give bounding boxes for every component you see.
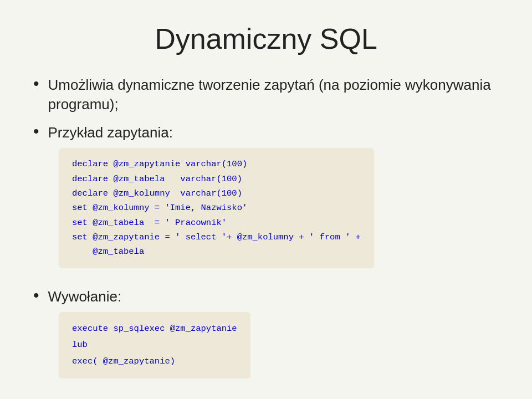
- code-line-1-0: declare @zm_zapytanie varchar(100): [72, 157, 361, 171]
- bullet-label-3: Wywołanie:: [48, 287, 122, 306]
- bullet-item-1: • Umożliwia dynamiczne tworzenie zapytań…: [33, 75, 499, 114]
- bullet-dot-2: •: [33, 122, 39, 141]
- bullet-item-3: • Wywołanie: execute sp_sqlexec @zm_zapy…: [33, 287, 499, 378]
- code-block-1: declare @zm_zapytanie varchar(100) decla…: [59, 148, 374, 268]
- bullet-label-2: Przykład zapytania:: [48, 123, 173, 142]
- code-line-1-1: declare @zm_tabela varchar(100): [72, 172, 361, 186]
- bullet-dot-1: •: [33, 74, 39, 93]
- bullet-list: • Umożliwia dynamiczne tworzenie zapytań…: [33, 75, 499, 387]
- code-line-2-0: execute sp_sqlexec @zm_zapytanie: [72, 321, 237, 337]
- bullet-text-1: Umożliwia dynamiczne tworzenie zapytań (…: [48, 75, 499, 114]
- code-line-2-2: exec( @zm_zapytanie): [72, 354, 237, 370]
- code-line-1-3: set @zm_kolumny = 'Imie, Nazwisko': [72, 201, 361, 215]
- code-block-2: execute sp_sqlexec @zm_zapytanie lub exe…: [59, 312, 250, 378]
- code-line-1-5: set @zm_zapytanie = ' select '+ @zm_kolu…: [72, 230, 361, 244]
- slide: Dynamiczny SQL • Umożliwia dynamiczne tw…: [0, 0, 532, 399]
- slide-title: Dynamiczny SQL: [33, 22, 499, 55]
- code-line-1-2: declare @zm_kolumny varchar(100): [72, 186, 361, 201]
- code-line-2-1: lub: [72, 337, 237, 353]
- code-line-1-4: set @zm_tabela = ' Pracownik': [72, 216, 361, 230]
- bullet-item-2: • Przykład zapytania: declare @zm_zapyta…: [33, 123, 499, 278]
- bullet-dot-3: •: [33, 286, 39, 305]
- code-line-1-6: @zm_tabela: [72, 244, 361, 259]
